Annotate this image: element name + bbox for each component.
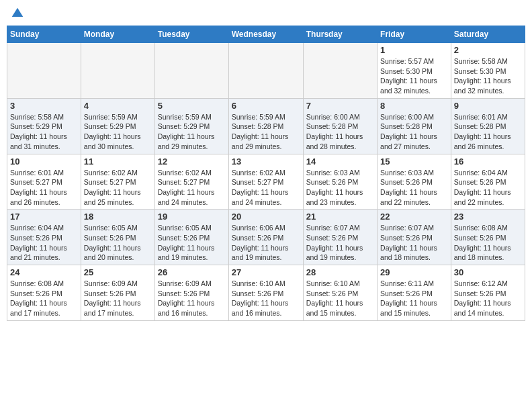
day-number: 23 xyxy=(454,212,522,222)
day-info: Sunrise: 6:09 AMSunset: 5:26 PMDaylight:… xyxy=(84,279,152,318)
calendar-cell: 7Sunrise: 6:00 AMSunset: 5:28 PMDaylight… xyxy=(303,98,377,154)
day-number: 5 xyxy=(158,101,226,111)
calendar-cell: 2Sunrise: 5:58 AMSunset: 5:30 PMDaylight… xyxy=(451,43,525,99)
day-info: Sunrise: 6:00 AMSunset: 5:28 PMDaylight:… xyxy=(380,112,448,152)
calendar-cell: 9Sunrise: 6:01 AMSunset: 5:28 PMDaylight… xyxy=(451,98,525,154)
day-number: 26 xyxy=(158,267,226,277)
day-number: 2 xyxy=(454,45,522,55)
calendar-cell xyxy=(7,43,81,99)
day-number: 7 xyxy=(306,101,374,111)
page-header xyxy=(7,7,525,20)
calendar-cell: 3Sunrise: 5:58 AMSunset: 5:29 PMDaylight… xyxy=(7,98,81,154)
day-info: Sunrise: 6:10 AMSunset: 5:26 PMDaylight:… xyxy=(232,279,300,318)
calendar-cell: 4Sunrise: 5:59 AMSunset: 5:29 PMDaylight… xyxy=(81,98,154,154)
day-number: 29 xyxy=(380,267,448,277)
day-info: Sunrise: 5:59 AMSunset: 5:29 PMDaylight:… xyxy=(158,112,226,152)
day-info: Sunrise: 6:03 AMSunset: 5:26 PMDaylight:… xyxy=(380,168,448,208)
calendar-cell: 29Sunrise: 6:11 AMSunset: 5:26 PMDayligh… xyxy=(378,265,451,321)
day-info: Sunrise: 5:57 AMSunset: 5:30 PMDaylight:… xyxy=(380,56,448,96)
day-number: 20 xyxy=(232,212,300,222)
calendar-cell: 25Sunrise: 6:09 AMSunset: 5:26 PMDayligh… xyxy=(81,265,154,321)
day-number: 28 xyxy=(306,267,374,277)
day-header-thursday: Thursday xyxy=(303,26,377,43)
day-number: 24 xyxy=(10,267,78,277)
calendar-cell xyxy=(303,43,377,99)
calendar-cell: 6Sunrise: 5:59 AMSunset: 5:28 PMDaylight… xyxy=(228,98,303,154)
day-number: 8 xyxy=(380,101,448,111)
day-info: Sunrise: 6:01 AMSunset: 5:27 PMDaylight:… xyxy=(10,168,78,208)
day-header-sunday: Sunday xyxy=(7,26,81,43)
calendar-cell: 24Sunrise: 6:08 AMSunset: 5:26 PMDayligh… xyxy=(7,265,81,321)
day-header-monday: Monday xyxy=(81,26,154,43)
day-info: Sunrise: 6:11 AMSunset: 5:26 PMDaylight:… xyxy=(380,279,448,318)
calendar-week-row: 1Sunrise: 5:57 AMSunset: 5:30 PMDaylight… xyxy=(7,43,525,99)
calendar-cell: 5Sunrise: 5:59 AMSunset: 5:29 PMDaylight… xyxy=(154,98,228,154)
calendar-cell: 1Sunrise: 5:57 AMSunset: 5:30 PMDaylight… xyxy=(378,43,451,99)
day-info: Sunrise: 6:07 AMSunset: 5:26 PMDaylight:… xyxy=(380,223,448,263)
day-number: 12 xyxy=(158,156,226,167)
calendar-cell: 19Sunrise: 6:05 AMSunset: 5:26 PMDayligh… xyxy=(154,210,228,265)
day-number: 1 xyxy=(380,45,448,55)
day-number: 17 xyxy=(10,212,78,222)
calendar-cell: 26Sunrise: 6:09 AMSunset: 5:26 PMDayligh… xyxy=(154,265,228,321)
calendar-cell: 18Sunrise: 6:05 AMSunset: 5:26 PMDayligh… xyxy=(81,210,154,265)
day-number: 16 xyxy=(454,156,522,167)
day-info: Sunrise: 6:08 AMSunset: 5:26 PMDaylight:… xyxy=(454,223,522,263)
calendar-cell: 28Sunrise: 6:10 AMSunset: 5:26 PMDayligh… xyxy=(303,265,377,321)
day-info: Sunrise: 6:02 AMSunset: 5:27 PMDaylight:… xyxy=(158,168,226,208)
calendar-cell: 15Sunrise: 6:03 AMSunset: 5:26 PMDayligh… xyxy=(378,154,451,210)
day-info: Sunrise: 6:05 AMSunset: 5:26 PMDaylight:… xyxy=(158,223,226,263)
day-number: 4 xyxy=(84,101,152,111)
day-info: Sunrise: 6:12 AMSunset: 5:26 PMDaylight:… xyxy=(454,279,522,318)
day-info: Sunrise: 6:01 AMSunset: 5:28 PMDaylight:… xyxy=(454,112,522,152)
day-number: 13 xyxy=(232,156,300,167)
calendar-week-row: 24Sunrise: 6:08 AMSunset: 5:26 PMDayligh… xyxy=(7,265,525,321)
calendar-cell: 11Sunrise: 6:02 AMSunset: 5:27 PMDayligh… xyxy=(81,154,154,210)
day-number: 25 xyxy=(84,267,152,277)
calendar-cell: 21Sunrise: 6:07 AMSunset: 5:26 PMDayligh… xyxy=(303,210,377,265)
day-info: Sunrise: 6:00 AMSunset: 5:28 PMDaylight:… xyxy=(306,112,374,152)
day-number: 18 xyxy=(84,212,152,222)
day-header-wednesday: Wednesday xyxy=(228,26,303,43)
day-info: Sunrise: 5:58 AMSunset: 5:30 PMDaylight:… xyxy=(454,56,522,96)
calendar-week-row: 10Sunrise: 6:01 AMSunset: 5:27 PMDayligh… xyxy=(7,154,525,210)
day-info: Sunrise: 6:04 AMSunset: 5:26 PMDaylight:… xyxy=(454,168,522,208)
calendar-cell: 20Sunrise: 6:06 AMSunset: 5:26 PMDayligh… xyxy=(228,210,303,265)
calendar-header-row: SundayMondayTuesdayWednesdayThursdayFrid… xyxy=(7,26,525,43)
day-number: 11 xyxy=(84,156,152,167)
calendar-cell: 14Sunrise: 6:03 AMSunset: 5:26 PMDayligh… xyxy=(303,154,377,210)
day-info: Sunrise: 6:02 AMSunset: 5:27 PMDaylight:… xyxy=(232,168,300,208)
day-number: 6 xyxy=(232,101,300,111)
calendar-cell: 10Sunrise: 6:01 AMSunset: 5:27 PMDayligh… xyxy=(7,154,81,210)
day-number: 21 xyxy=(306,212,374,222)
day-header-saturday: Saturday xyxy=(451,26,525,43)
day-number: 9 xyxy=(454,101,522,111)
calendar-cell: 30Sunrise: 6:12 AMSunset: 5:26 PMDayligh… xyxy=(451,265,525,321)
logo-icon xyxy=(11,7,24,20)
day-info: Sunrise: 6:05 AMSunset: 5:26 PMDaylight:… xyxy=(84,223,152,263)
calendar-week-row: 3Sunrise: 5:58 AMSunset: 5:29 PMDaylight… xyxy=(7,98,525,154)
day-info: Sunrise: 6:07 AMSunset: 5:26 PMDaylight:… xyxy=(306,223,374,263)
logo xyxy=(9,7,26,20)
day-header-friday: Friday xyxy=(378,26,451,43)
calendar-cell: 22Sunrise: 6:07 AMSunset: 5:26 PMDayligh… xyxy=(378,210,451,265)
day-info: Sunrise: 6:06 AMSunset: 5:26 PMDaylight:… xyxy=(232,223,300,263)
day-number: 19 xyxy=(158,212,226,222)
day-number: 3 xyxy=(10,101,78,111)
day-number: 30 xyxy=(454,267,522,277)
calendar-cell xyxy=(154,43,228,99)
day-info: Sunrise: 6:09 AMSunset: 5:26 PMDaylight:… xyxy=(158,279,226,318)
day-header-tuesday: Tuesday xyxy=(154,26,228,43)
calendar-cell: 27Sunrise: 6:10 AMSunset: 5:26 PMDayligh… xyxy=(228,265,303,321)
day-number: 14 xyxy=(306,156,374,167)
calendar-cell: 12Sunrise: 6:02 AMSunset: 5:27 PMDayligh… xyxy=(154,154,228,210)
day-info: Sunrise: 6:08 AMSunset: 5:26 PMDaylight:… xyxy=(10,279,78,318)
day-info: Sunrise: 6:04 AMSunset: 5:26 PMDaylight:… xyxy=(10,223,78,263)
calendar-cell: 13Sunrise: 6:02 AMSunset: 5:27 PMDayligh… xyxy=(228,154,303,210)
day-info: Sunrise: 6:03 AMSunset: 5:26 PMDaylight:… xyxy=(306,168,374,208)
day-info: Sunrise: 5:59 AMSunset: 5:29 PMDaylight:… xyxy=(84,112,152,152)
day-info: Sunrise: 6:02 AMSunset: 5:27 PMDaylight:… xyxy=(84,168,152,208)
calendar-cell: 17Sunrise: 6:04 AMSunset: 5:26 PMDayligh… xyxy=(7,210,81,265)
calendar-table: SundayMondayTuesdayWednesdayThursdayFrid… xyxy=(7,26,525,321)
day-number: 22 xyxy=(380,212,448,222)
